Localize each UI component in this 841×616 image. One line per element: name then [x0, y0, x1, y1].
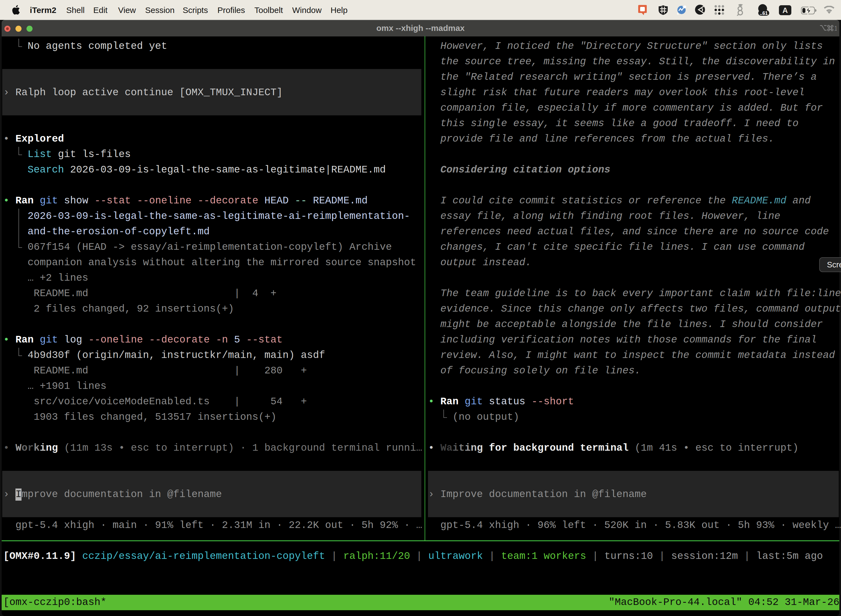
svg-text:..61: ..61 — [760, 10, 768, 16]
svg-text:A: A — [782, 6, 788, 15]
svg-text:1: 1 — [834, 25, 837, 32]
